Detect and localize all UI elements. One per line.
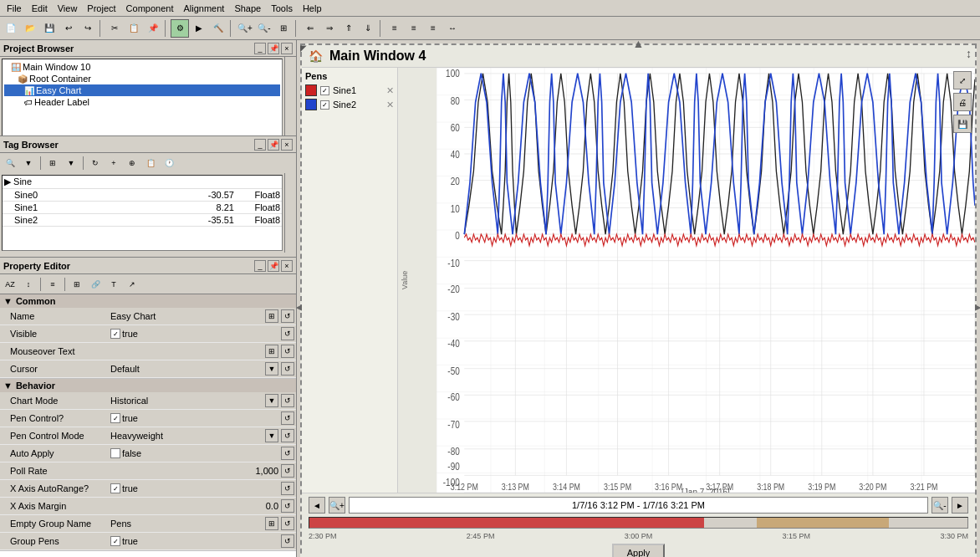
menu-help[interactable]: Help (298, 2, 327, 15)
tag-add-btn[interactable]: + (105, 156, 122, 171)
tag-col-dropdown[interactable]: ▼ (63, 156, 79, 171)
tag-scrollbar[interactable] (284, 173, 296, 253)
cut-btn[interactable]: ✂ (105, 19, 124, 38)
menu-view[interactable]: View (53, 2, 83, 15)
prop-chartmode-dropdown[interactable]: ▼ (265, 394, 278, 407)
align-bottom-btn[interactable]: ⇓ (359, 19, 377, 38)
tree-item-rootcontainer[interactable]: 📦 Root Container (4, 73, 280, 84)
prop-emptygroupname-browse[interactable]: ⊞ (265, 517, 278, 530)
pen2-remove[interactable]: ✕ (386, 100, 394, 110)
prop-pollrate-reset[interactable]: ↺ (281, 464, 294, 478)
design-mode-btn[interactable]: ⚙ (171, 19, 189, 38)
menu-project[interactable]: Project (82, 2, 120, 15)
prop-arrow-btn[interactable]: ↗ (124, 277, 140, 292)
prop-sort-btn[interactable]: ↕ (20, 277, 37, 292)
tag-browser-pin[interactable]: 📌 (268, 139, 279, 151)
pen1-checkbox[interactable]: ✓ (320, 86, 329, 95)
prop-emptygroupname-reset[interactable]: ↺ (281, 517, 294, 530)
align-top-btn[interactable]: ⇑ (339, 19, 358, 38)
prop-pencontrolmode-reset[interactable]: ↺ (281, 429, 294, 442)
tag-history-btn[interactable]: 🕐 (161, 156, 177, 171)
prop-more-btn[interactable]: T (105, 277, 122, 292)
tag-row-sine[interactable]: ▶ Sine (3, 176, 282, 189)
project-browser-minimize[interactable]: _ (254, 43, 266, 54)
preview-btn[interactable]: ▶ (190, 19, 208, 38)
tag-more-btn1[interactable]: ⊕ (124, 156, 140, 171)
menu-file[interactable]: File (2, 2, 27, 15)
tag-more-btn2[interactable]: 📋 (142, 156, 159, 171)
prop-grouppens-checkbox[interactable]: ✓ (110, 536, 120, 546)
prop-visible-checkbox[interactable]: ✓ (110, 329, 120, 339)
prop-sort-az[interactable]: AZ (2, 277, 18, 292)
more-btn2[interactable]: ≡ (405, 19, 423, 38)
prop-mouseover-reset[interactable]: ↺ (281, 345, 294, 358)
zoom-out-btn[interactable]: 🔍- (255, 19, 273, 38)
prop-cursor-reset[interactable]: ↺ (281, 362, 294, 376)
prop-pencontrol-checkbox[interactable]: ✓ (110, 413, 120, 423)
prop-name-reset[interactable]: ↺ (281, 309, 294, 323)
prop-visible-reset[interactable]: ↺ (281, 327, 294, 340)
section-common-header[interactable]: ▼ Common (0, 294, 296, 308)
save-btn[interactable]: 💾 (40, 19, 59, 38)
section-behavior-header[interactable]: ▼ Behavior (0, 379, 296, 392)
align-right-btn[interactable]: ⇒ (320, 19, 339, 38)
pen1-remove[interactable]: ✕ (386, 85, 394, 96)
property-editor-minimize[interactable]: _ (254, 260, 266, 272)
prop-pencontrolmode-dropdown[interactable]: ▼ (265, 429, 278, 442)
align-left-btn[interactable]: ⇐ (301, 19, 319, 38)
tree-item-headerlabel[interactable]: 🏷 Header Label (4, 96, 280, 108)
menu-tools[interactable]: Tools (266, 2, 298, 15)
tag-col-btn[interactable]: ⊞ (44, 156, 61, 171)
zoom-fit-btn[interactable]: ⊞ (274, 19, 293, 38)
timeline-scroll-track[interactable] (309, 517, 968, 529)
tag-row-sine0[interactable]: Sine0 -30.57 Float8 (3, 189, 282, 202)
zoom-in-btn[interactable]: 🔍+ (236, 19, 254, 38)
tag-refresh-btn[interactable]: ↻ (87, 156, 104, 171)
more-btn4[interactable]: ↔ (443, 19, 462, 38)
new-btn[interactable]: 📄 (2, 19, 20, 38)
project-scrollbar[interactable] (284, 57, 296, 136)
prop-name-browse[interactable]: ⊞ (265, 309, 278, 323)
top-handle-icon[interactable]: ▲ (633, 40, 645, 50)
tag-browser-minimize[interactable]: _ (254, 139, 266, 151)
prop-xautorange-checkbox[interactable]: ✓ (110, 483, 120, 493)
build-btn[interactable]: 🔨 (209, 19, 227, 38)
menu-shape[interactable]: Shape (229, 2, 266, 15)
tag-row-sine2[interactable]: Sine2 -35.51 Float8 (3, 214, 282, 227)
pen2-checkbox[interactable]: ✓ (320, 100, 329, 110)
tree-item-easychart[interactable]: 📊 Easy Chart (4, 84, 280, 96)
timeline-prev-btn[interactable]: ◄ (309, 497, 325, 514)
prop-grouppens-reset[interactable]: ↺ (281, 534, 294, 548)
prop-autoapply-checkbox[interactable] (110, 448, 120, 458)
more-btn3[interactable]: ≡ (424, 19, 442, 38)
menu-alignment[interactable]: Alignment (178, 2, 229, 15)
timeline-zoom-in-btn[interactable]: 🔍+ (329, 497, 345, 514)
property-editor-close[interactable]: × (281, 260, 293, 272)
prop-cursor-dropdown[interactable]: ▼ (265, 362, 278, 376)
prop-view-btn[interactable]: ≡ (44, 277, 61, 292)
prop-autoapply-reset[interactable]: ↺ (281, 447, 294, 460)
project-browser-close[interactable]: × (281, 43, 293, 54)
prop-xautorange-reset[interactable]: ↺ (281, 482, 294, 495)
property-editor-pin[interactable]: 📌 (268, 260, 279, 272)
chart-expand-btn[interactable]: ⤢ (953, 71, 972, 89)
chart-print-btn[interactable]: 🖨 (953, 93, 972, 111)
apply-button[interactable]: Apply (612, 544, 666, 557)
tag-row-sine1[interactable]: Sine1 8.21 Float8 (3, 202, 282, 214)
project-browser-pin[interactable]: 📌 (268, 43, 279, 54)
open-btn[interactable]: 📂 (21, 19, 39, 38)
chart-save-btn[interactable]: 💾 (953, 115, 972, 133)
more-btn1[interactable]: ≡ (385, 19, 404, 38)
undo-btn[interactable]: ↩ (59, 19, 78, 38)
redo-btn[interactable]: ↪ (79, 19, 97, 38)
tree-item-mainwindow[interactable]: 🪟 Main Window 10 (4, 61, 280, 73)
prop-mouseover-browse[interactable]: ⊞ (265, 345, 278, 358)
prop-pencontrol-reset[interactable]: ↺ (281, 411, 294, 425)
timeline-zoom-out-btn[interactable]: 🔍- (932, 497, 948, 514)
tag-filter-btn[interactable]: ▼ (20, 156, 37, 171)
copy-btn[interactable]: 📋 (125, 19, 143, 38)
prop-xmargin-reset[interactable]: ↺ (281, 499, 294, 513)
paste-btn[interactable]: 📌 (144, 19, 162, 38)
prop-link-btn[interactable]: 🔗 (87, 277, 104, 292)
menu-component[interactable]: Component (121, 2, 179, 15)
